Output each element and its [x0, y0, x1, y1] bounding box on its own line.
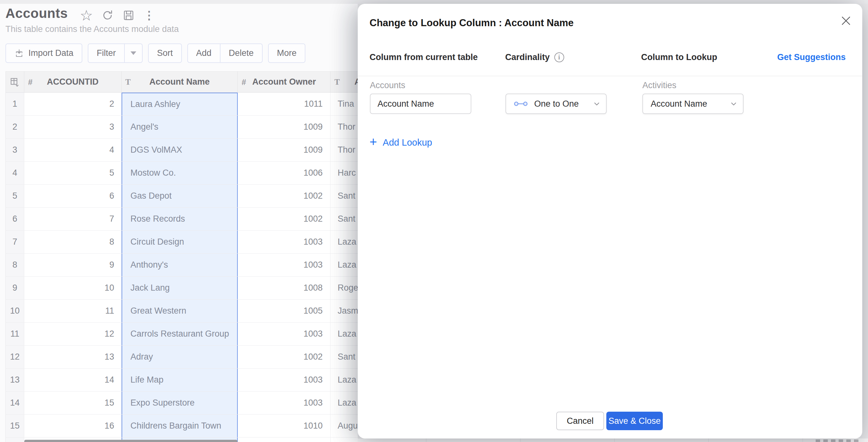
partial-cell[interactable]: Thor [331, 116, 358, 138]
filter-button[interactable]: Filter [88, 44, 124, 62]
partial-cell[interactable]: Laza [331, 391, 358, 414]
account-name-cell[interactable]: Circuit Design [122, 231, 238, 253]
partial-cell[interactable]: Sant [331, 346, 358, 368]
save-icon[interactable] [122, 9, 135, 22]
account-owner-cell[interactable]: 1006 [238, 161, 331, 184]
account-name-cell[interactable]: Laura Ashley [122, 93, 238, 115]
account-owner-cell[interactable]: 1008 [238, 276, 331, 299]
account-name-cell[interactable]: Expo Superstore [122, 391, 238, 414]
accountid-cell[interactable]: 3 [24, 116, 122, 138]
account-name-cell[interactable]: Anthony's [122, 254, 238, 276]
row-number-cell[interactable]: 5 [6, 185, 24, 207]
accountid-cell[interactable]: 5 [24, 161, 122, 184]
partial-cell[interactable]: Harc [331, 161, 358, 184]
account-name-cell[interactable]: Childrens Bargain Town [122, 415, 238, 437]
account-owner-cell[interactable]: 1003 [238, 323, 331, 345]
account-owner-cell[interactable]: 1002 [238, 346, 331, 368]
accountid-cell[interactable]: 11 [24, 300, 122, 322]
account-owner-cell[interactable]: 1009 [238, 116, 331, 138]
account-name-cell[interactable]: Jack Lang [122, 276, 238, 299]
partial-cell[interactable]: Tina [331, 93, 358, 115]
row-number-cell[interactable]: 3 [6, 139, 24, 161]
cancel-button[interactable]: Cancel [556, 412, 604, 430]
delete-button[interactable]: Delete [220, 44, 262, 62]
accountid-cell[interactable]: 14 [24, 369, 122, 391]
partial-cell[interactable]: Thor [331, 139, 358, 161]
accountid-cell[interactable]: 8 [24, 231, 122, 253]
column-header-account-owner[interactable]: # Account Owner [238, 71, 331, 92]
accountid-cell[interactable]: 10 [24, 276, 122, 299]
partial-cell[interactable]: Sant [331, 208, 358, 230]
row-number-cell[interactable]: 12 [6, 346, 24, 368]
account-name-cell[interactable]: Gas Depot [122, 185, 238, 207]
account-owner-cell[interactable]: 1011 [238, 93, 331, 115]
accountid-cell[interactable]: 2 [24, 93, 122, 115]
account-name-cell[interactable]: Carrols Restaurant Group [122, 323, 238, 345]
partial-cell[interactable]: Laza [331, 369, 358, 391]
account-name-cell[interactable]: Angel's [122, 116, 238, 138]
column-header-account-name[interactable]: T Account Name [122, 71, 238, 92]
account-owner-cell[interactable]: 1003 [238, 254, 331, 276]
accountid-cell[interactable]: 12 [24, 323, 122, 345]
row-number-cell[interactable]: 4 [6, 161, 24, 184]
accountid-cell[interactable]: 16 [24, 415, 122, 437]
row-number-cell[interactable]: 10 [6, 300, 24, 322]
import-data-button[interactable]: Import Data [5, 43, 82, 63]
row-number-cell[interactable]: 7 [6, 231, 24, 253]
row-number-cell[interactable]: 13 [6, 369, 24, 391]
save-and-close-button[interactable]: Save & Close [606, 412, 663, 430]
row-number-cell[interactable]: 6 [6, 208, 24, 230]
partial-cell[interactable]: Sant [331, 185, 358, 207]
account-owner-cell[interactable]: 1005 [238, 300, 331, 322]
account-owner-cell[interactable]: 1002 [238, 208, 331, 230]
account-owner-cell[interactable]: 1009 [238, 139, 331, 161]
column-header-partial[interactable]: T Ac [331, 71, 358, 92]
account-name-cell[interactable]: DGS VolMAX [122, 139, 238, 161]
accountid-cell[interactable]: 13 [24, 346, 122, 368]
star-icon[interactable]: ☆ [80, 8, 93, 23]
source-column-input[interactable]: Account Name [370, 94, 471, 114]
column-selector-header[interactable] [6, 71, 24, 92]
account-owner-cell[interactable]: 1002 [238, 185, 331, 207]
partial-cell[interactable]: Laza [331, 323, 358, 345]
account-name-cell[interactable]: Great Western [122, 300, 238, 322]
account-name-cell[interactable]: Rose Records [122, 208, 238, 230]
partial-cell[interactable]: Laza [331, 231, 358, 253]
info-icon[interactable]: i [554, 52, 564, 62]
account-owner-cell[interactable]: 1003 [238, 391, 331, 414]
account-name-cell[interactable]: Life Map [122, 369, 238, 391]
target-column-select[interactable]: Account Name [642, 94, 744, 114]
partial-cell[interactable]: Laza [331, 254, 358, 276]
refresh-icon[interactable] [101, 9, 114, 22]
more-button[interactable]: More [268, 43, 306, 63]
row-number-cell[interactable]: 15 [6, 415, 24, 437]
account-owner-cell[interactable]: 1003 [238, 369, 331, 391]
filter-dropdown-button[interactable] [124, 44, 142, 62]
sort-button[interactable]: Sort [148, 43, 182, 63]
account-name-cell[interactable]: Mostow Co. [122, 161, 238, 184]
add-lookup-link[interactable]: + Add Lookup [370, 136, 432, 149]
partial-cell[interactable]: Augu [331, 415, 358, 437]
kebab-menu-icon[interactable]: ⋮ [143, 9, 155, 22]
partial-cell[interactable]: Jasm [331, 300, 358, 322]
row-number-cell[interactable]: 14 [6, 391, 24, 414]
accountid-cell[interactable]: 6 [24, 185, 122, 207]
row-number-cell[interactable]: 8 [6, 254, 24, 276]
row-number-cell[interactable]: 2 [6, 116, 24, 138]
accountid-cell[interactable]: 9 [24, 254, 122, 276]
cardinality-select[interactable]: One to One [505, 94, 607, 114]
add-button[interactable]: Add [188, 44, 220, 62]
get-suggestions-link[interactable]: Get Suggestions [777, 52, 846, 62]
row-number-cell[interactable]: 9 [6, 276, 24, 299]
accountid-cell[interactable]: 4 [24, 139, 122, 161]
accountid-cell[interactable]: 7 [24, 208, 122, 230]
partial-cell[interactable]: Roge [331, 276, 358, 299]
row-number-cell[interactable]: 1 [6, 93, 24, 115]
column-header-accountid[interactable]: # ACCOUNTID [24, 71, 122, 92]
account-owner-cell[interactable]: 1003 [238, 231, 331, 253]
accountid-cell[interactable]: 15 [24, 391, 122, 414]
account-name-cell[interactable]: Adray [122, 346, 238, 368]
close-icon[interactable] [839, 14, 853, 27]
horizontal-scrollbar[interactable] [24, 440, 238, 442]
account-owner-cell[interactable]: 1010 [238, 415, 331, 437]
